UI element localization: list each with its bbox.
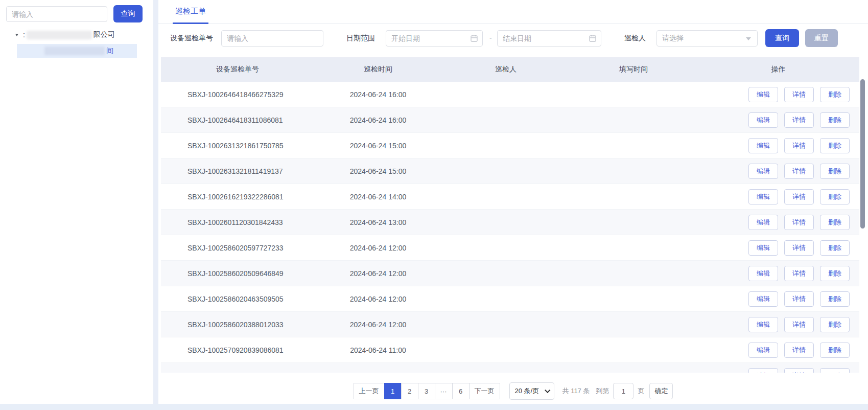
table-row[interactable]: 编辑详情删除 xyxy=(161,363,859,373)
page-number-button[interactable]: 6 xyxy=(452,383,470,399)
delete-button[interactable]: 删除 xyxy=(820,164,850,179)
filter-reset-button[interactable]: 重置 xyxy=(805,29,838,47)
total-count-text: 共 117 条 xyxy=(562,386,590,396)
page-button-group: 上一页 123···6下一页 xyxy=(354,383,500,399)
delete-button[interactable]: 删除 xyxy=(820,112,850,128)
detail-button[interactable]: 详情 xyxy=(784,343,814,358)
col-header-inspector: 巡检人 xyxy=(442,65,570,74)
table-row[interactable]: SBXJ-1002616219322286081 2024-06-24 14:0… xyxy=(161,184,859,210)
edit-button[interactable]: 编辑 xyxy=(748,138,778,153)
edit-button[interactable]: 编辑 xyxy=(748,87,778,102)
goto-page-input[interactable] xyxy=(613,383,634,399)
order-no-input[interactable] xyxy=(221,30,323,47)
table-row[interactable]: SBXJ-1002586020388012033 2024-06-24 12:0… xyxy=(161,312,859,337)
detail-button[interactable]: 详情 xyxy=(784,368,814,373)
delete-button[interactable]: 删除 xyxy=(820,87,850,102)
tab-inspection-orders[interactable]: 巡检工单 xyxy=(173,0,208,24)
tree-expand-caret-icon[interactable]: ▼ xyxy=(14,32,19,37)
org-tree-sidebar: 查询 ▼ : 限公司 间 xyxy=(0,0,153,404)
cell-inspect-time: 2024-06-24 15:00 xyxy=(314,167,442,175)
table-row[interactable]: SBXJ-1002601120301842433 2024-06-24 13:0… xyxy=(161,210,859,235)
delete-button[interactable]: 删除 xyxy=(820,240,850,256)
table-row[interactable]: SBXJ-1002586020509646849 2024-06-24 12:0… xyxy=(161,261,859,286)
col-header-actions: 操作 xyxy=(697,65,859,74)
delete-button[interactable]: 删除 xyxy=(820,368,850,373)
table-row[interactable]: SBXJ-1002631321811419137 2024-06-24 15:0… xyxy=(161,158,859,184)
edit-button[interactable]: 编辑 xyxy=(748,112,778,128)
sidebar-main-divider xyxy=(153,0,158,404)
detail-button[interactable]: 详情 xyxy=(784,138,814,153)
cell-order-no: SBXJ-1002646418311086081 xyxy=(161,116,314,124)
cell-actions: 编辑详情删除 xyxy=(697,215,859,230)
page-number-button[interactable]: 2 xyxy=(401,383,418,399)
page-size-select[interactable]: 20 条/页 xyxy=(509,382,554,400)
start-date-picker[interactable] xyxy=(386,30,483,47)
edit-button[interactable]: 编辑 xyxy=(748,343,778,358)
sidebar-search-input[interactable] xyxy=(6,6,107,22)
edit-button[interactable]: 编辑 xyxy=(748,291,778,307)
edit-button[interactable]: 编辑 xyxy=(748,266,778,281)
goto-page-prefix: 到第 xyxy=(596,386,609,396)
cell-actions: 编辑详情删除 xyxy=(697,87,859,102)
redacted-text-block xyxy=(27,31,92,39)
tree-child-node-selected[interactable]: 间 xyxy=(17,44,137,58)
page-number-button[interactable]: 1 xyxy=(384,383,402,399)
pagination-bar: 上一页 123···6下一页 20 条/页 共 117 条 到第 页 确定 xyxy=(158,382,868,400)
detail-button[interactable]: 详情 xyxy=(784,291,814,307)
date-range-label: 日期范围 xyxy=(346,34,375,43)
edit-button[interactable]: 编辑 xyxy=(748,368,778,373)
delete-button[interactable]: 删除 xyxy=(820,266,850,281)
detail-button[interactable]: 详情 xyxy=(784,240,814,256)
table-row[interactable]: SBXJ-1002646418311086081 2024-06-24 16:0… xyxy=(161,107,859,133)
sidebar-search-button[interactable]: 查询 xyxy=(113,5,143,22)
bottom-edge-strip xyxy=(0,404,868,410)
detail-button[interactable]: 详情 xyxy=(784,164,814,179)
delete-button[interactable]: 删除 xyxy=(820,215,850,230)
prev-page-button[interactable]: 上一页 xyxy=(354,383,385,399)
page-number-button[interactable]: 3 xyxy=(418,383,435,399)
col-header-fill-time: 填写时间 xyxy=(570,65,697,74)
date-range-separator: - xyxy=(489,34,492,42)
detail-button[interactable]: 详情 xyxy=(784,317,814,332)
goto-page-suffix: 页 xyxy=(638,386,644,396)
detail-button[interactable]: 详情 xyxy=(784,215,814,230)
start-date-input[interactable] xyxy=(386,30,483,47)
edit-button[interactable]: 编辑 xyxy=(748,189,778,204)
edit-button[interactable]: 编辑 xyxy=(748,317,778,332)
table-row[interactable]: SBXJ-1002586020597727233 2024-06-24 12:0… xyxy=(161,235,859,261)
cell-actions: 编辑详情删除 xyxy=(697,189,859,204)
page-ellipsis-button[interactable]: ··· xyxy=(435,383,453,399)
chevron-down-icon xyxy=(746,37,751,40)
table-row[interactable]: SBXJ-1002586020463509505 2024-06-24 12:0… xyxy=(161,286,859,312)
detail-button[interactable]: 详情 xyxy=(784,189,814,204)
goto-confirm-button[interactable]: 确定 xyxy=(649,383,673,399)
edit-button[interactable]: 编辑 xyxy=(748,164,778,179)
detail-button[interactable]: 详情 xyxy=(784,112,814,128)
tab-bar: 巡检工单 xyxy=(158,0,868,24)
delete-button[interactable]: 删除 xyxy=(820,291,850,307)
delete-button[interactable]: 删除 xyxy=(820,138,850,153)
table-row[interactable]: SBXJ-1002570920839086081 2024-06-24 11:0… xyxy=(161,337,859,363)
delete-button[interactable]: 删除 xyxy=(820,317,850,332)
delete-button[interactable]: 删除 xyxy=(820,189,850,204)
end-date-picker[interactable] xyxy=(497,30,601,47)
edit-button[interactable]: 编辑 xyxy=(748,215,778,230)
edit-button[interactable]: 编辑 xyxy=(748,240,778,256)
redacted-text-block xyxy=(44,47,105,55)
next-page-button[interactable]: 下一页 xyxy=(469,383,500,399)
filter-search-button[interactable]: 查询 xyxy=(765,29,799,47)
inspector-select[interactable]: 请选择 xyxy=(656,30,758,47)
vertical-scrollbar-thumb[interactable] xyxy=(860,79,865,229)
table-row[interactable]: SBXJ-1002631321861750785 2024-06-24 15:0… xyxy=(161,133,859,158)
col-header-inspect-time: 巡检时间 xyxy=(314,65,442,74)
chevron-down-icon xyxy=(545,388,550,393)
cell-order-no: SBXJ-1002601120301842433 xyxy=(161,218,314,226)
delete-button[interactable]: 删除 xyxy=(820,343,850,358)
detail-button[interactable]: 详情 xyxy=(784,266,814,281)
col-header-order-no: 设备巡检单号 xyxy=(161,65,314,74)
detail-button[interactable]: 详情 xyxy=(784,87,814,102)
end-date-input[interactable] xyxy=(497,30,601,47)
cell-order-no: SBXJ-1002586020597727233 xyxy=(161,244,314,252)
tree-root-node[interactable]: ▼ : 限公司 xyxy=(14,29,115,40)
table-row[interactable]: SBXJ-1002646418466275329 2024-06-24 16:0… xyxy=(161,82,859,107)
